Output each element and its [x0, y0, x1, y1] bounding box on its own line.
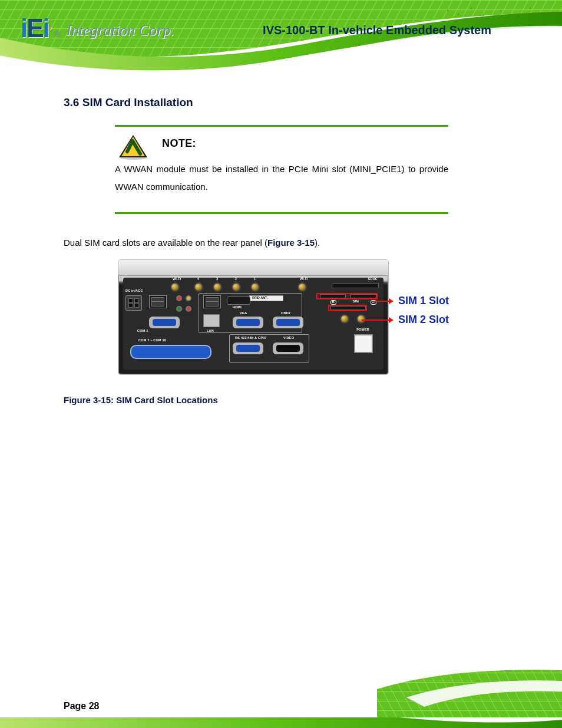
callout-sim2: SIM 2 Slot: [362, 314, 449, 326]
bottom-banner-svg: [0, 663, 562, 728]
label-sim: SIM: [353, 300, 359, 304]
header-app-name: IVS-100-BT In-vehicle Embedded System: [263, 24, 491, 37]
svg-point-10: [541, 14, 543, 15]
sma-ant-1: [250, 282, 260, 292]
intro-text-1: Dual SIM card slots are available on the…: [64, 238, 267, 248]
section-title: 3.6 SIM Card Installation: [64, 97, 193, 108]
label-wifi-right: Wi-Fi: [300, 278, 308, 281]
svg-point-5: [471, 8, 472, 9]
callout-sim1: SIM 1 Slot: [372, 295, 449, 307]
sma-wifi-left: [170, 282, 180, 292]
device-chassis: Wi-Fi 4 3 2 1 Wi-Fi SDHC RFID ANT. SIM: [118, 259, 389, 375]
sma-extra-1: [340, 314, 349, 324]
com1-port: [149, 317, 180, 328]
label-ant-4: 4: [197, 278, 199, 281]
label-ant-2: 2: [235, 278, 237, 281]
sim1-redbox: [316, 293, 378, 299]
sma-ant-3: [213, 282, 222, 292]
section-text: SIM Card Installation: [82, 96, 193, 108]
sim2-label: SIM 2 Slot: [398, 314, 449, 326]
sma-ant-4: [194, 282, 203, 292]
svg-point-4: [458, 14, 459, 15]
svg-point-9: [530, 8, 531, 9]
section-number: 3.6: [64, 96, 79, 108]
top-banner: iEi. ® Integration Corp. IVS-100-BT In-v…: [0, 0, 562, 80]
sim1-label: SIM 1 Slot: [398, 295, 449, 307]
port-group-outline-2: [229, 334, 309, 363]
audio-out: [186, 306, 191, 312]
label-com7-10: COM 7 ~ COM 10: [138, 339, 166, 342]
power-button: [354, 334, 373, 353]
svg-point-6: [482, 15, 484, 17]
label-ant-1: 1: [254, 278, 256, 281]
note-box: NOTE: A WWAN module must be installed in…: [115, 125, 448, 214]
bottom-banner: [0, 663, 562, 728]
brand-logo: iEi. ® Integration Corp.: [21, 15, 174, 41]
logo-registered: ®: [54, 29, 60, 39]
usb-stack-1: [149, 295, 167, 308]
sma-wifi-right: [297, 282, 307, 292]
audio-center: [186, 295, 191, 301]
intro-text-2: ).: [315, 238, 320, 248]
label-wifi-left: Wi-Fi: [173, 278, 181, 281]
sdhc-slot: [332, 284, 379, 288]
device-figure: Wi-Fi 4 3 2 1 Wi-Fi SDHC RFID ANT. SIM: [118, 259, 471, 383]
port-group-outline-1: [199, 293, 302, 333]
label-sdhc: SDHC: [368, 278, 378, 281]
label-com1: COM 1: [137, 330, 148, 333]
note-heading: NOTE:: [162, 137, 448, 150]
db37-port: [130, 345, 211, 359]
figure-number: Figure 3-15: [64, 395, 111, 405]
label-power: POWER: [356, 328, 369, 332]
audio-speaker: [176, 306, 182, 312]
device-rear-panel: Wi-Fi 4 3 2 1 Wi-Fi SDHC RFID ANT. SIM: [123, 278, 384, 370]
intro-line: Dual SIM card slots are available on the…: [64, 236, 494, 250]
dc-connector: [125, 295, 142, 311]
svg-point-3: [447, 10, 449, 12]
figure-caption: Figure 3-15: SIM Card Slot Locations: [64, 395, 218, 405]
svg-point-8: [518, 16, 520, 18]
logo-text: iEi.: [21, 15, 51, 41]
figure-caption-text: SIM Card Slot Locations: [116, 395, 218, 405]
audio-mic: [176, 295, 182, 301]
sim2-redbox: [328, 305, 367, 311]
note-body: A WWAN module must be installed in the P…: [115, 160, 448, 196]
label-ant-3: 3: [216, 278, 218, 281]
label-b: B: [330, 300, 336, 305]
svg-point-7: [500, 10, 501, 11]
sma-ant-2: [232, 282, 241, 292]
logo-subtitle: Integration Corp.: [66, 22, 174, 39]
intro-figure-ref: Figure 3-15: [267, 238, 315, 248]
note-icon: [117, 134, 150, 160]
label-dc: DC in/ACC: [125, 289, 143, 293]
page-number: Page 28: [64, 701, 99, 711]
